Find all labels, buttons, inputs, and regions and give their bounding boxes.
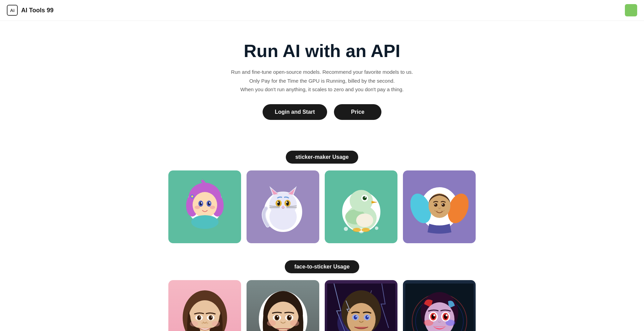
svg-point-86	[290, 320, 299, 326]
face-image-3	[325, 280, 397, 331]
sticker-image-2	[247, 170, 319, 243]
subtitle-line-3: When you don't run anything, it scales t…	[192, 85, 452, 94]
svg-point-10	[209, 202, 210, 204]
svg-point-71	[190, 321, 198, 327]
svg-point-67	[201, 322, 204, 324]
site-header: Ai AI Tools 99	[0, 0, 644, 21]
face-card-1	[168, 280, 241, 331]
svg-point-38	[350, 190, 373, 212]
svg-point-113	[433, 314, 435, 316]
svg-point-66	[211, 316, 212, 317]
svg-point-95	[354, 315, 357, 319]
hero-section: Run AI with an API Run and fine-tune ope…	[185, 21, 459, 151]
svg-point-9	[201, 202, 202, 204]
svg-point-15	[191, 215, 219, 229]
face-image-1	[168, 280, 241, 331]
sticker-maker-section: sticker-maker Usage	[0, 151, 644, 243]
svg-point-98	[367, 316, 368, 317]
sticker-card-4	[403, 170, 476, 243]
svg-point-26	[286, 201, 289, 206]
sticker-image-4	[403, 170, 476, 243]
svg-point-97	[355, 316, 357, 317]
sticker-card-2	[247, 170, 319, 243]
logo-text: AI Tools 99	[21, 7, 54, 14]
svg-point-47	[353, 228, 361, 232]
sticker-card-1	[168, 170, 241, 243]
svg-point-37	[356, 213, 373, 227]
hero-subtitle: Run and fine-tune open-source models. Re…	[192, 68, 452, 94]
sticker-card-3	[325, 170, 397, 243]
header-action-icon[interactable]	[625, 4, 637, 16]
face-to-sticker-section: face-to-sticker Usage	[0, 260, 644, 331]
svg-point-27	[277, 202, 279, 203]
svg-point-54	[442, 203, 445, 207]
svg-point-12	[210, 206, 215, 209]
subtitle-line-1: Run and fine-tune open-source models. Re…	[192, 68, 452, 77]
subtitle-line-2: Only Pay for the Time the GPU is Running…	[192, 77, 452, 85]
face-image-grid	[162, 280, 482, 331]
logo-icon: Ai	[7, 5, 18, 16]
face-image-2	[247, 280, 319, 331]
svg-point-11	[195, 206, 200, 209]
logo-area[interactable]: Ai AI Tools 99	[7, 5, 54, 16]
svg-point-18	[269, 192, 297, 217]
login-start-button[interactable]: Login and Start	[263, 104, 327, 120]
svg-point-85	[267, 320, 276, 326]
hero-buttons: Login and Start Price	[192, 104, 452, 120]
svg-point-45	[375, 226, 378, 230]
svg-point-48	[362, 228, 370, 232]
svg-point-56	[442, 204, 443, 205]
svg-point-40	[363, 196, 367, 200]
face-section-label: face-to-sticker Usage	[0, 260, 644, 273]
svg-point-14	[191, 195, 193, 197]
svg-point-114	[446, 314, 448, 316]
price-button[interactable]: Price	[334, 104, 381, 120]
sticker-image-1	[168, 170, 241, 243]
svg-point-41	[365, 196, 366, 198]
face-card-2	[247, 280, 319, 331]
sticker-image-grid	[162, 170, 482, 243]
svg-point-55	[434, 204, 435, 205]
hero-title: Run AI with an API	[192, 41, 452, 61]
face-label-badge: face-to-sticker Usage	[285, 260, 359, 273]
face-image-4	[403, 280, 476, 331]
face-card-3	[325, 280, 397, 331]
svg-point-28	[286, 202, 288, 203]
svg-point-65	[199, 316, 200, 317]
sticker-image-3	[325, 170, 397, 243]
svg-point-82	[277, 316, 278, 317]
svg-point-72	[212, 321, 220, 327]
svg-point-44	[344, 227, 348, 231]
svg-point-68	[206, 322, 208, 324]
face-card-4	[403, 280, 476, 331]
svg-point-25	[277, 201, 280, 206]
sticker-label-badge: sticker-maker Usage	[286, 151, 359, 164]
svg-point-4	[193, 192, 217, 218]
svg-point-96	[365, 315, 369, 319]
svg-point-53	[434, 203, 437, 207]
sticker-section-label: sticker-maker Usage	[0, 151, 644, 164]
svg-point-83	[289, 316, 291, 317]
